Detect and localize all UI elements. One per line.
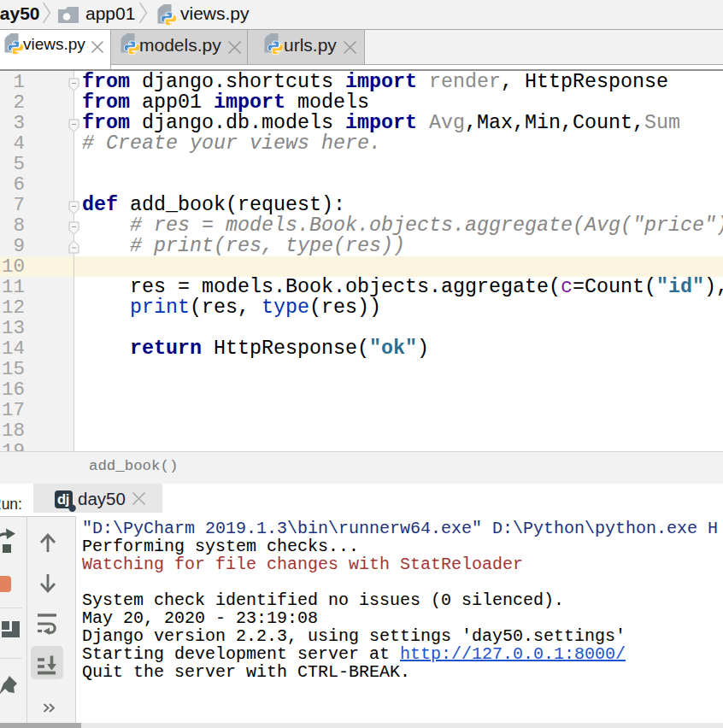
svg-text:dj: dj: [57, 491, 69, 507]
